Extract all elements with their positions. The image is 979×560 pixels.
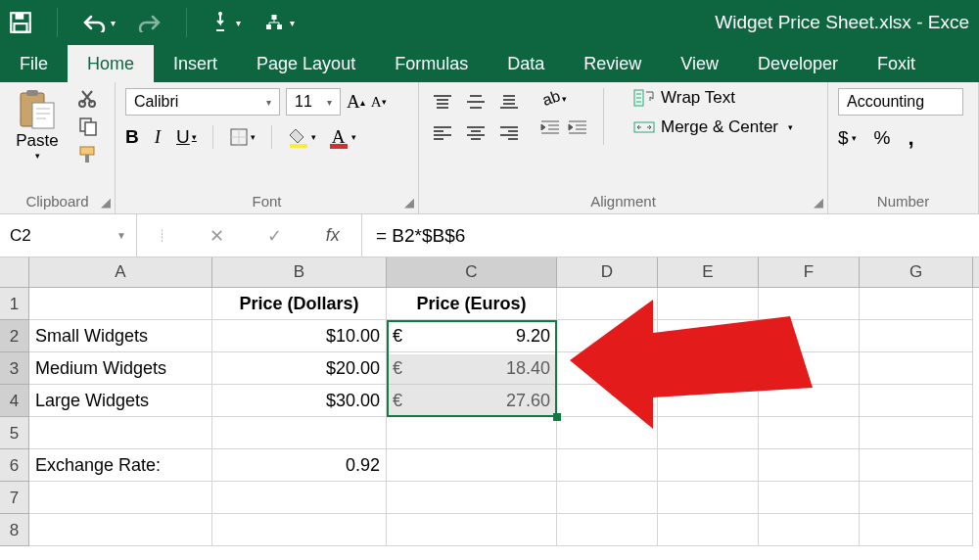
cell-E8[interactable]: [658, 514, 759, 546]
row-header-1[interactable]: 1: [0, 288, 29, 320]
cell-F5[interactable]: [759, 417, 860, 449]
fill-color-button[interactable]: ▾: [288, 126, 316, 148]
formula-cancel-icon[interactable]: ✕: [210, 225, 224, 247]
cell-B5[interactable]: [212, 417, 387, 449]
cell-C7[interactable]: [387, 482, 557, 514]
align-center-button[interactable]: [462, 119, 490, 147]
cell-G2[interactable]: [860, 320, 973, 352]
cell-B2[interactable]: $10.00: [212, 320, 387, 352]
cell-G6[interactable]: [860, 449, 973, 482]
cell-D5[interactable]: [557, 417, 658, 449]
cell-G7[interactable]: [860, 482, 973, 514]
cell-E2[interactable]: [658, 320, 759, 352]
font-size-combo[interactable]: 11▾: [286, 88, 341, 116]
cell-G5[interactable]: [860, 417, 973, 449]
cell-D2[interactable]: [557, 320, 658, 352]
tab-home[interactable]: Home: [68, 45, 154, 82]
cell-A1[interactable]: [29, 288, 212, 320]
percent-format-button[interactable]: %: [874, 127, 891, 149]
col-header-F[interactable]: F: [759, 257, 860, 287]
save-button[interactable]: [8, 10, 33, 35]
row-header-3[interactable]: 3: [0, 352, 29, 385]
cell-B4[interactable]: $30.00: [212, 385, 387, 417]
cell-E6[interactable]: [658, 449, 759, 482]
decrease-indent-button[interactable]: [540, 119, 560, 135]
align-top-button[interactable]: [429, 88, 456, 116]
cell-G4[interactable]: [860, 385, 973, 417]
cell-C4[interactable]: €27.60: [387, 385, 557, 417]
paste-button[interactable]: Paste ▾: [10, 88, 65, 161]
number-format-combo[interactable]: Accounting: [838, 88, 963, 116]
cell-B8[interactable]: [212, 514, 387, 546]
tab-insert[interactable]: Insert: [154, 45, 237, 82]
col-header-D[interactable]: D: [557, 257, 658, 287]
cell-A3[interactable]: Medium Widgets: [29, 352, 212, 385]
tab-developer[interactable]: Developer: [738, 45, 858, 82]
formula-enter-icon[interactable]: ✓: [267, 225, 282, 247]
tab-review[interactable]: Review: [564, 45, 661, 82]
col-header-A[interactable]: A: [29, 257, 212, 287]
font-name-combo[interactable]: Calibri▾: [125, 88, 280, 116]
cell-G8[interactable]: [860, 514, 973, 546]
cell-C2[interactable]: €9.20: [387, 320, 557, 352]
align-right-button[interactable]: [495, 119, 523, 147]
formula-input[interactable]: = B2*$B$6: [362, 214, 979, 257]
cell-A4[interactable]: Large Widgets: [29, 385, 212, 417]
orientation-button[interactable]: ab▾: [540, 88, 587, 110]
font-color-button[interactable]: A▾: [332, 126, 356, 149]
cell-E1[interactable]: [658, 288, 759, 320]
col-header-B[interactable]: B: [212, 257, 387, 287]
cell-C8[interactable]: [387, 514, 557, 546]
accounting-format-button[interactable]: $▾: [838, 127, 857, 149]
name-box[interactable]: C2 ▼: [0, 214, 137, 257]
col-header-C[interactable]: C: [387, 257, 557, 287]
col-header-E[interactable]: E: [658, 257, 759, 287]
decrease-font-button[interactable]: A▾: [371, 94, 387, 111]
formula-cancel-button[interactable]: ┊: [159, 229, 165, 243]
cell-D4[interactable]: [557, 385, 658, 417]
cell-A6[interactable]: Exchange Rate:: [29, 449, 212, 482]
cell-A8[interactable]: [29, 514, 212, 546]
row-header-6[interactable]: 6: [0, 449, 29, 482]
italic-button[interactable]: I: [155, 126, 161, 148]
cell-D8[interactable]: [557, 514, 658, 546]
cell-F7[interactable]: [759, 482, 860, 514]
cell-E7[interactable]: [658, 482, 759, 514]
tab-foxit[interactable]: Foxit: [858, 45, 935, 82]
row-header-8[interactable]: 8: [0, 514, 29, 546]
touch-mode-button[interactable]: ▾: [210, 11, 241, 34]
alignment-launcher-icon[interactable]: ◢: [814, 195, 823, 210]
cell-G1[interactable]: [860, 288, 973, 320]
redo-button[interactable]: [137, 13, 163, 32]
increase-indent-button[interactable]: [568, 119, 587, 135]
cell-F1[interactable]: [759, 288, 860, 320]
row-header-5[interactable]: 5: [0, 417, 29, 449]
tab-view[interactable]: View: [661, 45, 738, 82]
col-header-G[interactable]: G: [860, 257, 973, 287]
align-left-button[interactable]: [429, 119, 456, 147]
cell-B1[interactable]: Price (Dollars): [212, 288, 387, 320]
row-header-4[interactable]: 4: [0, 385, 29, 417]
cell-C5[interactable]: [387, 417, 557, 449]
tab-page-layout[interactable]: Page Layout: [237, 45, 375, 82]
cell-D1[interactable]: [557, 288, 658, 320]
select-all-corner[interactable]: [0, 257, 29, 287]
addins-button[interactable]: ▾: [262, 11, 295, 34]
tab-file[interactable]: File: [0, 45, 68, 82]
tab-data[interactable]: Data: [488, 45, 564, 82]
cell-B7[interactable]: [212, 482, 387, 514]
bold-button[interactable]: B: [125, 126, 139, 148]
cell-C6[interactable]: [387, 449, 557, 482]
cut-button[interactable]: [78, 88, 100, 111]
merge-center-button[interactable]: Merge & Center ▾: [633, 117, 793, 137]
tab-formulas[interactable]: Formulas: [375, 45, 488, 82]
cell-G3[interactable]: [860, 352, 973, 385]
clipboard-launcher-icon[interactable]: ◢: [101, 195, 111, 210]
cell-C1[interactable]: Price (Euros): [387, 288, 557, 320]
cell-F3[interactable]: [759, 352, 860, 385]
cell-B6[interactable]: 0.92: [212, 449, 387, 482]
format-painter-button[interactable]: [78, 145, 100, 167]
cell-D3[interactable]: [557, 352, 658, 385]
font-launcher-icon[interactable]: ◢: [404, 195, 414, 210]
cell-F8[interactable]: [759, 514, 860, 546]
